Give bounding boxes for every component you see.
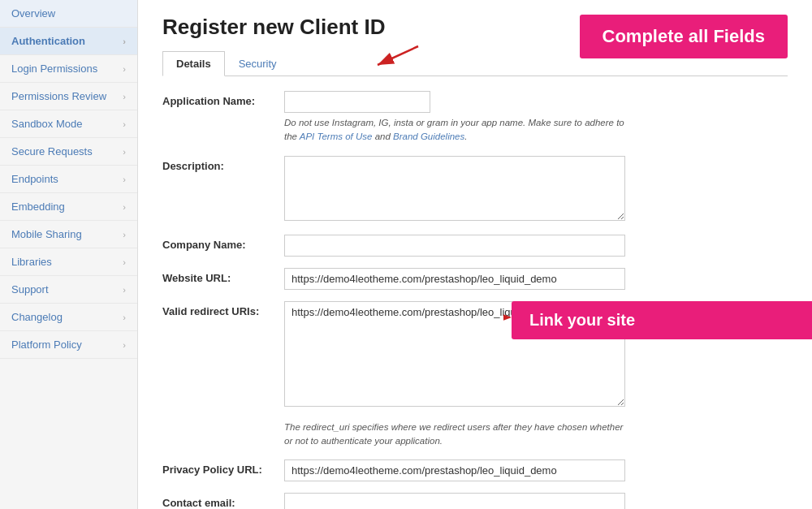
chevron-right-icon: › [123, 230, 126, 239]
sidebar-item-label: Endpoints [11, 173, 58, 185]
chevron-right-icon: › [123, 147, 126, 157]
svg-line-1 [378, 46, 418, 65]
redirect-hint: The redirect_uri specifies where we redi… [284, 421, 788, 449]
sidebar-item-login-permissions[interactable]: Login Permissions › [0, 55, 137, 83]
privacy-policy-wrap [284, 459, 625, 481]
contact-email-group: Contact email: An email that Instagram c… [162, 493, 788, 509]
redirect-uris-label: Valid redirect URIs: [162, 301, 284, 317]
description-textarea[interactable] [284, 156, 625, 221]
chevron-right-icon: › [123, 285, 126, 295]
app-name-wrap: Do not use Instagram, IG, insta or gram … [284, 91, 625, 145]
sidebar: Overview Authentication › Login Permissi… [0, 0, 138, 509]
sidebar-item-label: Libraries [11, 256, 52, 268]
description-label: Description: [162, 156, 284, 172]
sidebar-item-changelog[interactable]: Changelog › [0, 304, 137, 331]
sidebar-item-platform-policy[interactable]: Platform Policy › [0, 331, 137, 359]
contact-email-wrap: An email that Instagram can use to get i… [284, 493, 625, 509]
chevron-right-icon: › [123, 313, 126, 322]
sidebar-item-label: Support [11, 283, 49, 295]
website-url-group: Website URL: [162, 268, 788, 290]
sidebar-item-embedding[interactable]: Embedding › [0, 193, 137, 221]
website-url-label: Website URL: [162, 268, 284, 284]
app-name-label: Application Name: [162, 91, 284, 107]
app-name-hint: Do not use Instagram, IG, insta or gram … [284, 116, 625, 145]
arrow-to-tabs-icon [365, 42, 422, 71]
company-name-input[interactable] [284, 235, 625, 257]
complete-all-fields-banner: Complete all Fields [580, 15, 788, 58]
main-content: Register new Client ID Complete all Fiel… [138, 0, 812, 509]
description-wrap [284, 156, 625, 223]
redirect-hint-text: The redirect_uri specifies where we redi… [284, 421, 625, 449]
sidebar-item-label: Overview [11, 7, 55, 19]
sidebar-item-label: Login Permissions [11, 63, 97, 75]
sidebar-item-support[interactable]: Support › [0, 276, 137, 304]
sidebar-item-permissions-review[interactable]: Permissions Review › [0, 83, 137, 110]
sidebar-item-label: Changelog [11, 311, 63, 323]
link-your-site-banner: Link your site [512, 301, 812, 339]
api-terms-link[interactable]: API Terms of Use [300, 132, 373, 141]
register-form: Application Name: Do not use Instagram, … [162, 91, 788, 509]
chevron-right-icon: › [123, 64, 126, 74]
app-name-group: Application Name: Do not use Instagram, … [162, 91, 788, 145]
privacy-policy-group: Privacy Policy URL: [162, 459, 788, 481]
company-name-group: Company Name: [162, 235, 788, 257]
contact-email-label: Contact email: [162, 493, 284, 509]
sidebar-item-label: Embedding [11, 201, 65, 213]
chevron-right-icon: › [123, 92, 126, 101]
sidebar-item-label: Secure Requests [11, 145, 93, 157]
sidebar-item-authentication[interactable]: Authentication › [0, 28, 137, 55]
sidebar-item-label: Sandbox Mode [11, 118, 82, 130]
contact-email-input[interactable] [284, 493, 625, 509]
privacy-policy-label: Privacy Policy URL: [162, 459, 284, 476]
tab-security[interactable]: Security [225, 51, 291, 76]
brand-guidelines-link[interactable]: Brand Guidelines [393, 132, 464, 141]
sidebar-item-mobile-sharing[interactable]: Mobile Sharing › [0, 221, 137, 248]
website-url-wrap [284, 268, 625, 290]
app-name-input[interactable] [284, 91, 430, 113]
privacy-policy-input[interactable] [284, 459, 625, 481]
sidebar-item-libraries[interactable]: Libraries › [0, 248, 137, 276]
chevron-right-icon: › [123, 202, 126, 212]
company-name-wrap [284, 235, 625, 257]
chevron-right-icon: › [123, 37, 126, 46]
sidebar-item-label: Mobile Sharing [11, 228, 82, 240]
sidebar-item-label: Permissions Review [11, 90, 106, 102]
chevron-right-icon: › [123, 340, 126, 350]
redirect-uris-wrap: Link your site [284, 301, 625, 409]
sidebar-item-overview[interactable]: Overview [0, 0, 137, 28]
website-url-input[interactable] [284, 268, 625, 290]
sidebar-item-label: Authentication [11, 35, 85, 47]
redirect-uris-group: Valid redirect URIs: Link your site [162, 301, 788, 409]
sidebar-item-endpoints[interactable]: Endpoints › [0, 166, 137, 193]
sidebar-item-sandbox-mode[interactable]: Sandbox Mode › [0, 110, 137, 138]
company-name-label: Company Name: [162, 235, 284, 251]
description-group: Description: [162, 156, 788, 223]
sidebar-item-secure-requests[interactable]: Secure Requests › [0, 138, 137, 166]
chevron-right-icon: › [123, 257, 126, 267]
sidebar-item-label: Platform Policy [11, 339, 82, 351]
chevron-right-icon: › [123, 119, 126, 129]
chevron-right-icon: › [123, 175, 126, 184]
tab-details[interactable]: Details [162, 51, 225, 76]
